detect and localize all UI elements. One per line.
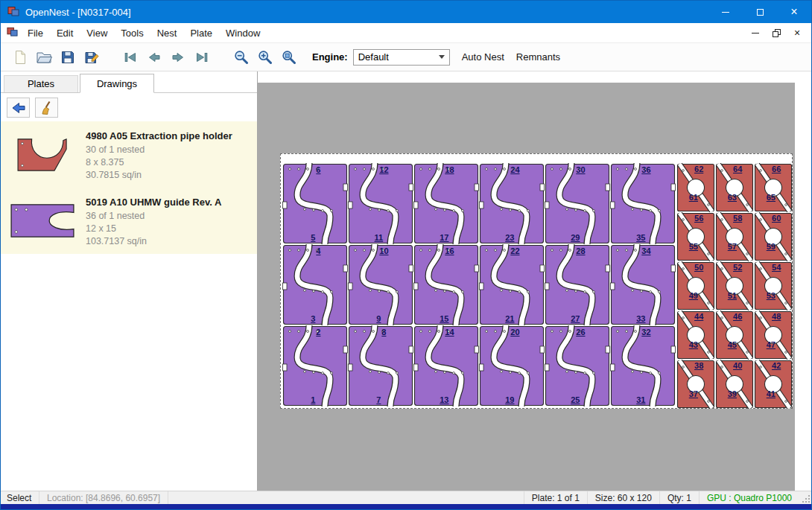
part-shape [282, 244, 348, 325]
statusbar: Select Location: [84.8696, 60.6957] Plat… [1, 491, 811, 504]
part-number: 3 [311, 314, 315, 323]
part-number: 65 [767, 193, 775, 202]
part-number: 10 [379, 246, 388, 255]
nested-part-pair-purple[interactable]: 2625 [545, 325, 610, 407]
main-area: PlatesDrawings 4980 A05 Extraction pipe … [1, 71, 811, 491]
nested-part-pair-purple[interactable]: 2221 [479, 244, 545, 325]
drawing-item[interactable]: 5019 A10 UHMW guide Rev. A36 of 1 nested… [1, 188, 257, 254]
tab-drawings[interactable]: Drawings [80, 74, 154, 93]
nested-part-pair-red[interactable]: 4847 [754, 310, 793, 360]
maximize-button[interactable] [743, 1, 777, 23]
part-nested-count: 36 of 1 nested [86, 210, 221, 223]
drawing-item[interactable]: 4980 A05 Extraction pipe holder30 of 1 n… [1, 121, 257, 188]
nav-last-button[interactable] [190, 46, 214, 68]
nested-part-pair-purple[interactable]: 3231 [610, 325, 676, 407]
status-mode: Select [1, 491, 39, 504]
engine-select[interactable]: Default [353, 49, 450, 66]
part-number: 45 [728, 340, 737, 349]
nested-part-pair-red[interactable]: 5049 [676, 261, 715, 310]
mdi-close-button[interactable]: × [789, 26, 805, 39]
nested-part-pair-red[interactable]: 4241 [754, 360, 793, 409]
part-title: 5019 A10 UHMW guide Rev. A [86, 197, 221, 208]
part-number: 41 [767, 389, 775, 398]
new-button[interactable] [8, 46, 32, 68]
nested-part-pair-purple[interactable]: 3635 [610, 163, 676, 244]
part-info: 4980 A05 Extraction pipe holder30 of 1 n… [86, 127, 232, 182]
nav-first-button[interactable] [118, 46, 142, 68]
auto-nest-button[interactable]: Auto Nest [462, 51, 504, 63]
nested-part-pair-purple[interactable]: 1817 [413, 163, 479, 244]
import-drawing-button[interactable] [7, 98, 30, 118]
nested-part-pair-purple[interactable]: 1211 [348, 163, 413, 244]
minimize-button[interactable] [708, 1, 743, 23]
nested-part-pair-purple[interactable]: 43 [282, 244, 348, 325]
nested-part-pair-red[interactable]: 5857 [715, 212, 754, 261]
zoom-in-button[interactable] [253, 46, 276, 68]
save-as-button[interactable] [80, 46, 104, 68]
close-button[interactable]: × [777, 1, 811, 23]
part-number: 61 [689, 193, 698, 202]
zoom-fit-button[interactable] [276, 46, 300, 68]
resize-grip-icon [801, 494, 811, 504]
part-number: 25 [571, 395, 580, 404]
mdi-restore-icon [773, 29, 780, 36]
mdi-minimize-button[interactable] [747, 26, 764, 39]
resize-grip[interactable] [799, 491, 811, 504]
save-button[interactable] [56, 46, 80, 68]
nest-view[interactable]: 65 1211 1817 2423 3029 [258, 71, 811, 491]
clean-button[interactable] [35, 98, 58, 118]
drawing-list: 4980 A05 Extraction pipe holder30 of 1 n… [1, 121, 257, 491]
maximize-icon [757, 9, 764, 16]
nav-next-button[interactable] [166, 46, 190, 68]
mdi-close-icon: × [794, 28, 800, 38]
nested-part-pair-purple[interactable]: 2423 [479, 163, 545, 244]
open-button[interactable] [32, 46, 56, 68]
nested-part-pair-red[interactable]: 6665 [754, 163, 793, 212]
nested-part-pair-red[interactable]: 5251 [715, 261, 754, 310]
nested-part-pair-red[interactable]: 4443 [676, 310, 715, 360]
nested-part-pair-purple[interactable]: 109 [348, 244, 413, 325]
sidebar-toolbar [1, 93, 257, 121]
nested-part-pair-purple[interactable]: 3433 [610, 244, 676, 325]
status-plate: Plate: 1 of 1 [524, 491, 587, 504]
nested-part-pair-purple[interactable]: 1615 [413, 244, 479, 325]
part-shape [479, 163, 545, 244]
menu-tools[interactable]: Tools [114, 25, 150, 42]
nested-part-pair-red[interactable]: 4645 [715, 310, 754, 360]
nested-part-pair-purple[interactable]: 3029 [545, 163, 610, 244]
part-number: 47 [767, 340, 775, 349]
nested-part-pair-purple[interactable]: 87 [348, 325, 413, 407]
nested-part-pair-purple[interactable]: 21 [282, 325, 348, 407]
part-number: 18 [445, 165, 454, 174]
nested-part-pair-purple[interactable]: 1413 [413, 325, 479, 407]
menu-plate[interactable]: Plate [183, 25, 219, 42]
part-area: 30.7815 sq/in [86, 169, 232, 182]
part-shape [282, 325, 348, 407]
tab-plates[interactable]: Plates [4, 75, 78, 92]
menu-window[interactable]: Window [219, 25, 267, 42]
mdi-restore-button[interactable] [768, 26, 784, 39]
nested-part-pair-red[interactable]: 6261 [676, 163, 715, 212]
zoom-out-button[interactable] [229, 46, 253, 68]
menu-view[interactable]: View [80, 25, 114, 42]
menu-edit[interactable]: Edit [50, 25, 80, 42]
nav-prev-button[interactable] [142, 46, 166, 68]
nested-part-pair-red[interactable]: 5655 [676, 212, 715, 261]
part-info: 5019 A10 UHMW guide Rev. A36 of 1 nested… [86, 194, 221, 248]
menu-file[interactable]: File [21, 25, 50, 42]
remnants-button[interactable]: Remnants [516, 51, 560, 63]
nested-part-pair-red[interactable]: 6059 [754, 212, 793, 261]
part-number: 19 [505, 395, 514, 404]
menu-nest[interactable]: Nest [150, 25, 184, 42]
part-shape [479, 325, 545, 407]
nested-part-pair-purple[interactable]: 2019 [479, 325, 545, 407]
nested-part-pair-purple[interactable]: 2827 [545, 244, 610, 325]
plate-sheet[interactable]: 65 1211 1817 2423 3029 [280, 153, 793, 409]
nested-part-pair-purple[interactable]: 65 [282, 163, 348, 244]
nested-part-pair-red[interactable]: 3837 [676, 360, 715, 409]
status-gpu: GPU : Quadro P1000 [699, 491, 799, 504]
nested-part-pair-red[interactable]: 4039 [715, 360, 754, 409]
zoom-fit-icon [281, 49, 296, 65]
nested-part-pair-red[interactable]: 5453 [754, 261, 793, 310]
nested-part-pair-red[interactable]: 6463 [715, 163, 754, 212]
